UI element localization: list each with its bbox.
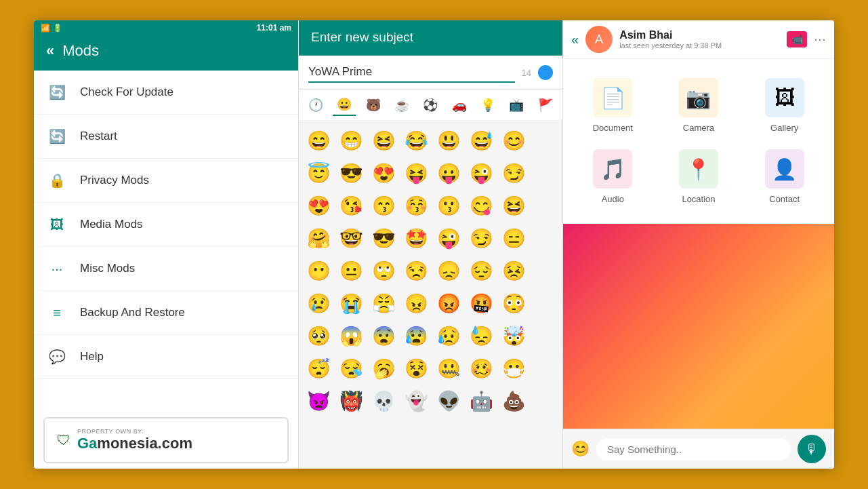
- menu-item-misc-mods[interactable]: ··· Misc Mods: [34, 247, 298, 291]
- menu-item-restart[interactable]: 🔄 Restart: [34, 115, 298, 159]
- audio-label: Audio: [602, 194, 624, 204]
- emoji-cell[interactable]: 😛: [433, 157, 464, 189]
- emoji-cell[interactable]: 😆: [498, 190, 529, 221]
- share-item-location[interactable]: 📍 Location: [656, 141, 742, 212]
- emoji-category-2[interactable]: 🐻: [362, 95, 385, 115]
- back-arrow-icon[interactable]: «: [46, 42, 54, 60]
- emoji-cell[interactable]: 🤯: [498, 320, 529, 351]
- menu-item-help[interactable]: 💬 Help: [34, 335, 298, 379]
- emoji-cell[interactable]: 👻: [400, 385, 432, 416]
- emoji-cell[interactable]: 🤐: [433, 353, 464, 384]
- emoji-cell[interactable]: 😏: [466, 222, 497, 254]
- emoji-cell[interactable]: 😎: [368, 222, 399, 254]
- emoji-cell[interactable]: 😝: [400, 157, 432, 189]
- share-item-audio[interactable]: 🎵 Audio: [570, 141, 656, 212]
- share-item-document[interactable]: 📄 Document: [570, 70, 656, 141]
- emoji-category-5[interactable]: 🚗: [448, 95, 471, 115]
- emoji-cell[interactable]: 👹: [335, 385, 367, 416]
- menu-item-media-mods[interactable]: 🖼 Media Mods: [34, 203, 298, 247]
- emoji-cell[interactable]: 👿: [303, 385, 334, 416]
- emoji-cell[interactable]: 🤗: [303, 222, 334, 254]
- emoji-cell[interactable]: 😍: [303, 190, 334, 221]
- subject-input[interactable]: [308, 62, 515, 83]
- emoji-cell[interactable]: 😘: [335, 190, 367, 221]
- chat-wallpaper: [563, 224, 834, 429]
- emoji-cell[interactable]: 🥱: [368, 353, 399, 384]
- mic-button[interactable]: 🎙: [798, 435, 826, 463]
- emoji-cell[interactable]: 😒: [400, 255, 432, 286]
- emoji-cell[interactable]: 😠: [400, 288, 432, 319]
- emoji-cell[interactable]: 😴: [303, 353, 334, 384]
- video-call-button[interactable]: 📹: [787, 31, 807, 47]
- emoji-cell[interactable]: 💀: [368, 385, 399, 416]
- menu-item-check-update[interactable]: 🔄 Check For Update: [34, 71, 298, 115]
- chat-emoji-button[interactable]: 😊: [571, 440, 590, 458]
- emoji-cell[interactable]: 😞: [433, 255, 464, 286]
- emoji-cell[interactable]: 😅: [466, 125, 497, 156]
- privacy-mods-label: Privacy Mods: [80, 174, 149, 187]
- more-options-icon[interactable]: ⋯: [814, 32, 826, 47]
- emoji-cell[interactable]: 🤩: [400, 222, 432, 254]
- emoji-cell[interactable]: 😊: [498, 125, 529, 156]
- emoji-cell[interactable]: 😶: [303, 255, 334, 286]
- emoji-cell[interactable]: 😐: [335, 255, 367, 286]
- help-label: Help: [80, 350, 104, 364]
- emoji-cell[interactable]: 😆: [368, 125, 399, 156]
- emoji-cell[interactable]: 😙: [368, 190, 399, 221]
- share-item-gallery[interactable]: 🖼 Gallery: [741, 70, 827, 141]
- emoji-cell[interactable]: 😄: [303, 125, 334, 156]
- emoji-cell[interactable]: 😃: [433, 125, 464, 156]
- emoji-cell[interactable]: 😑: [498, 222, 529, 254]
- emoji-cell[interactable]: 👽: [433, 385, 464, 416]
- chat-input[interactable]: [596, 438, 791, 461]
- emoji-category-0[interactable]: 🕐: [304, 95, 327, 115]
- emoji-cell[interactable]: 😤: [368, 288, 399, 319]
- emoji-category-8[interactable]: 🚩: [534, 95, 557, 115]
- emoji-cell[interactable]: 😳: [498, 288, 529, 319]
- emoji-cell[interactable]: 😂: [400, 125, 432, 156]
- menu-item-backup-restore[interactable]: ≡ Backup And Restore: [34, 291, 298, 335]
- emoji-cell[interactable]: 😡: [433, 288, 464, 319]
- emoji-cell[interactable]: 😎: [335, 157, 367, 189]
- emoji-cell[interactable]: 😥: [433, 320, 464, 351]
- emoji-cell[interactable]: 😱: [335, 320, 367, 351]
- emoji-cell[interactable]: 😰: [400, 320, 432, 351]
- chat-back-icon[interactable]: «: [571, 32, 579, 47]
- emoji-cell[interactable]: 😵: [400, 353, 432, 384]
- emoji-category-4[interactable]: ⚽: [419, 95, 442, 115]
- emoji-cell[interactable]: 🙄: [368, 255, 399, 286]
- emoji-cell[interactable]: 🤓: [335, 222, 367, 254]
- emoji-category-7[interactable]: 📺: [505, 95, 528, 115]
- emoji-cell[interactable]: 😋: [466, 190, 497, 221]
- emoji-cell[interactable]: 😗: [433, 190, 464, 221]
- emoji-category-3[interactable]: ☕: [390, 95, 413, 115]
- emoji-cell[interactable]: 😨: [368, 320, 399, 351]
- emoji-cell[interactable]: 😏: [498, 157, 529, 189]
- emoji-cell[interactable]: 😚: [400, 190, 432, 221]
- emoji-cell[interactable]: 🥺: [303, 320, 334, 351]
- emoji-cell[interactable]: 🤬: [466, 288, 497, 319]
- emoji-cell[interactable]: 🥴: [466, 353, 497, 384]
- emoji-cell[interactable]: 😁: [335, 125, 367, 156]
- emoji-cell[interactable]: 😔: [466, 255, 497, 286]
- mods-title: Mods: [62, 42, 99, 60]
- main-container: 📶 🔋 11:01 am « Mods 🔄 Check For Update 🔄…: [34, 20, 834, 469]
- menu-item-privacy-mods[interactable]: 🔒 Privacy Mods: [34, 159, 298, 203]
- emoji-category-6[interactable]: 💡: [476, 95, 499, 115]
- emoji-cell[interactable]: 😣: [498, 255, 529, 286]
- share-item-contact[interactable]: 👤 Contact: [741, 141, 827, 212]
- emoji-category-1[interactable]: 😀: [333, 94, 356, 116]
- emoji-cell[interactable]: 😍: [368, 157, 399, 189]
- emoji-cell[interactable]: 😇: [303, 157, 334, 189]
- emoji-cell[interactable]: 😭: [335, 288, 367, 319]
- emoji-cell[interactable]: 😢: [303, 288, 334, 319]
- emoji-cell[interactable]: 🤖: [466, 385, 497, 416]
- share-item-camera[interactable]: 📷 Camera: [656, 70, 742, 141]
- backup-restore-icon: ≡: [47, 303, 66, 322]
- emoji-cell[interactable]: 😜: [466, 157, 497, 189]
- emoji-cell[interactable]: 💩: [498, 385, 529, 416]
- emoji-cell[interactable]: 😪: [335, 353, 367, 384]
- emoji-cell[interactable]: 😷: [498, 353, 529, 384]
- emoji-cell[interactable]: 😓: [466, 320, 497, 351]
- emoji-cell[interactable]: 😜: [433, 222, 464, 254]
